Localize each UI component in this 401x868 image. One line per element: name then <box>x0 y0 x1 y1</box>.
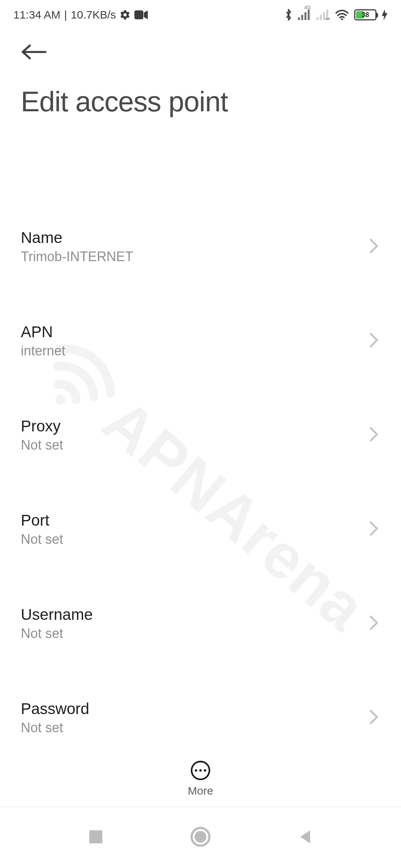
status-sep: | <box>64 9 67 21</box>
chevron-right-icon <box>369 427 379 444</box>
bluetooth-icon <box>284 9 293 21</box>
svg-point-13 <box>199 769 202 772</box>
nav-recents-icon[interactable] <box>88 829 104 846</box>
charging-icon <box>382 9 388 20</box>
field-value: Not set <box>21 532 63 547</box>
field-label: Password <box>21 700 89 718</box>
svg-rect-0 <box>134 10 143 19</box>
bottom-action-bar: More <box>0 751 401 806</box>
nav-back-icon[interactable] <box>297 829 313 846</box>
app-bar <box>0 30 401 74</box>
chevron-right-icon <box>369 332 379 349</box>
svg-rect-4 <box>308 10 310 20</box>
status-bar: 11:34 AM | 10.7KB/s 4G 38 <box>0 0 401 30</box>
system-nav-bar <box>0 806 401 868</box>
field-label: Port <box>21 512 63 529</box>
field-value: Not set <box>21 437 63 453</box>
field-value: Not set <box>21 720 89 736</box>
apn-field-list: NameTrimob-INTERNETAPNinternetProxyNot s… <box>0 200 401 757</box>
svg-rect-1 <box>298 17 300 20</box>
camera-icon <box>134 10 148 20</box>
svg-point-14 <box>204 769 206 772</box>
chevron-right-icon <box>369 521 379 538</box>
battery-percent: 38 <box>355 11 375 19</box>
chevron-right-icon <box>369 709 379 726</box>
apn-row-port[interactable]: PortNot set <box>0 482 401 576</box>
svg-rect-2 <box>301 15 303 20</box>
status-right: 4G 38 <box>284 9 388 21</box>
more-button[interactable]: More <box>188 760 213 797</box>
chevron-right-icon <box>369 615 379 632</box>
field-label: Username <box>21 606 93 624</box>
apn-row-apn[interactable]: APNinternet <box>0 294 401 388</box>
status-time: 11:34 AM <box>13 9 61 21</box>
field-label: Proxy <box>21 417 63 435</box>
apn-row-proxy[interactable]: ProxyNot set <box>0 388 401 482</box>
page-title: Edit access point <box>0 74 401 129</box>
field-value: Trimob-INTERNET <box>21 249 133 264</box>
more-icon <box>190 760 211 781</box>
apn-row-username[interactable]: UsernameNot set <box>0 576 401 671</box>
svg-rect-15 <box>89 830 102 843</box>
signal-sim2-icon <box>316 10 330 20</box>
net-badge: 4G <box>304 4 311 10</box>
svg-point-17 <box>195 831 206 843</box>
svg-point-9 <box>341 18 343 20</box>
svg-rect-5 <box>317 17 319 20</box>
svg-point-12 <box>195 769 197 772</box>
signal-sim1-icon: 4G <box>298 10 311 20</box>
apn-row-name[interactable]: NameTrimob-INTERNET <box>0 200 401 294</box>
field-label: Name <box>21 229 133 247</box>
field-value: internet <box>21 343 65 359</box>
field-label: APN <box>21 323 65 341</box>
status-net-speed: 10.7KB/s <box>71 9 116 21</box>
svg-rect-6 <box>320 15 322 20</box>
status-left: 11:34 AM | 10.7KB/s <box>13 9 148 21</box>
gear-icon <box>120 9 131 20</box>
more-label: More <box>188 785 213 797</box>
svg-rect-3 <box>304 12 306 20</box>
back-icon[interactable] <box>21 43 47 61</box>
field-value: Not set <box>21 626 93 641</box>
svg-rect-7 <box>323 12 325 20</box>
chevron-right-icon <box>369 238 379 255</box>
wifi-icon <box>335 9 349 20</box>
nav-home-icon[interactable] <box>190 826 211 849</box>
battery-icon: 38 <box>354 9 376 20</box>
